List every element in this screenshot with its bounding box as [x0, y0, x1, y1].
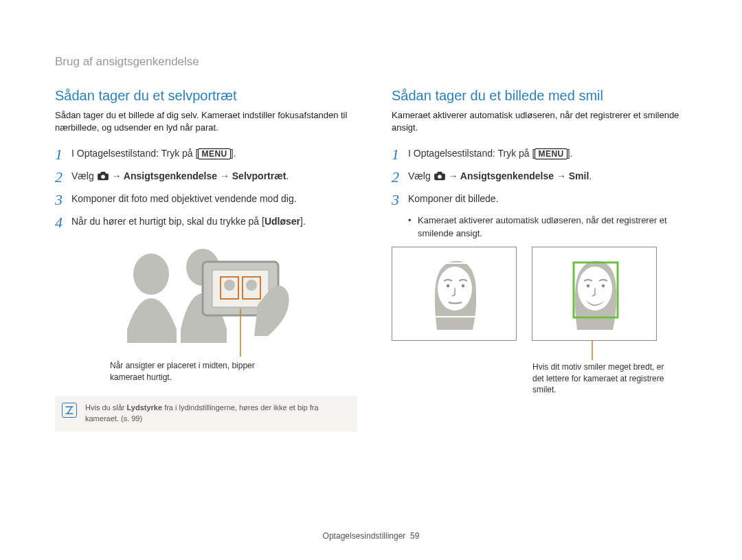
- step-text: .: [286, 170, 289, 181]
- svg-point-20: [587, 284, 590, 287]
- svg-rect-1: [100, 172, 105, 175]
- note-icon: [62, 403, 77, 418]
- step-text-bold: → Ansigtsgenkendelse → Selvportræt: [109, 170, 286, 181]
- face-panel-1: [392, 247, 517, 341]
- step-text: I Optagelsestilstand: Tryk på [: [71, 148, 198, 159]
- svg-point-14: [438, 175, 442, 179]
- step-text: .: [589, 170, 592, 181]
- smile-panels: [392, 247, 694, 341]
- menu-button-label: MENU: [198, 148, 230, 159]
- right-bullet: Kameraet aktiverer automatisk udløseren,…: [418, 214, 694, 239]
- right-intro: Kameraet aktiverer automatisk udløseren,…: [392, 109, 694, 134]
- breadcrumb: Brug af ansigtsgenkendelse: [55, 55, 694, 69]
- step-text: Komponer dit billede.: [408, 192, 694, 206]
- svg-point-8: [224, 280, 235, 291]
- menu-button-label: MENU: [535, 148, 567, 159]
- right-heading: Sådan tager du et billede med smil: [392, 88, 694, 104]
- face-neutral-illustration: [396, 251, 513, 337]
- face-panel-2: [532, 247, 657, 341]
- left-step-4: Når du hører et hurtigt bip, skal du try…: [55, 214, 357, 230]
- right-step-1: I Optagelsestilstand: Tryk på [MENU].: [392, 146, 694, 162]
- shutter-label: Udløser: [265, 216, 300, 227]
- left-steps: I Optagelsestilstand: Tryk på [MENU]. Væ…: [55, 146, 357, 230]
- left-caption: Når ansigter er placeret i midten, bippe…: [110, 360, 268, 383]
- right-steps: I Optagelsestilstand: Tryk på [MENU]. Væ…: [392, 146, 694, 208]
- left-step-3: Komponer dit foto med objektivet vendend…: [55, 192, 357, 208]
- right-step-3: Komponer dit billede.: [392, 192, 694, 208]
- step-text: Vælg: [408, 170, 434, 181]
- svg-point-3: [133, 254, 169, 295]
- step-text: Når du hører et hurtigt bip, skal du try…: [71, 216, 265, 227]
- left-illustration: Når ansigter er placeret i midten, bippe…: [55, 240, 357, 383]
- svg-point-16: [447, 284, 450, 287]
- left-step-1: I Optagelsestilstand: Tryk på [MENU].: [55, 146, 357, 162]
- note-bold: Lydstyrke: [127, 403, 163, 412]
- svg-point-10: [246, 280, 257, 291]
- camera-icon: [434, 171, 446, 181]
- step-text: I Optagelsestilstand: Tryk på [: [408, 148, 535, 159]
- left-step-2: Vælg → Ansigtsgenkendelse → Selvportræt.: [55, 169, 357, 185]
- left-column: Sådan tager du et selvportræt Sådan tage…: [55, 88, 357, 432]
- page-footer: Optagelsesindstillinger 59: [0, 531, 742, 541]
- step-text: ].: [567, 148, 573, 159]
- right-step-2: Vælg → Ansigtsgenkendelse → Smil.: [392, 169, 694, 185]
- left-intro: Sådan tager du et billede af dig selv. K…: [55, 109, 357, 134]
- callout-connector: [392, 341, 668, 361]
- svg-point-21: [602, 284, 605, 287]
- left-heading: Sådan tager du et selvportræt: [55, 88, 357, 104]
- footer-page-number: 59: [410, 531, 419, 541]
- right-caption: Hvis dit motiv smiler meget bredt, er de…: [532, 361, 670, 396]
- note-text: Hvis du slår: [85, 403, 127, 412]
- svg-rect-13: [437, 172, 442, 175]
- face-smile-illustration: [536, 251, 653, 337]
- note-box: Hvis du slår Lydstyrke fra i lydindstill…: [55, 396, 357, 432]
- right-column: Sådan tager du et billede med smil Kamer…: [392, 88, 694, 432]
- step-text: ].: [231, 148, 236, 159]
- step-text-bold: → Ansigtsgenkendelse → Smil: [446, 170, 589, 181]
- content-columns: Sådan tager du et selvportræt Sådan tage…: [55, 88, 694, 432]
- svg-point-17: [462, 284, 465, 287]
- step-text: Komponer dit foto med objektivet vendend…: [71, 192, 357, 206]
- step-text: Vælg: [71, 170, 97, 181]
- selfie-illustration: [100, 240, 313, 360]
- camera-icon: [97, 171, 109, 181]
- svg-point-2: [101, 175, 105, 179]
- footer-section: Optagelsesindstillinger: [323, 531, 406, 541]
- step-text: ].: [300, 216, 306, 227]
